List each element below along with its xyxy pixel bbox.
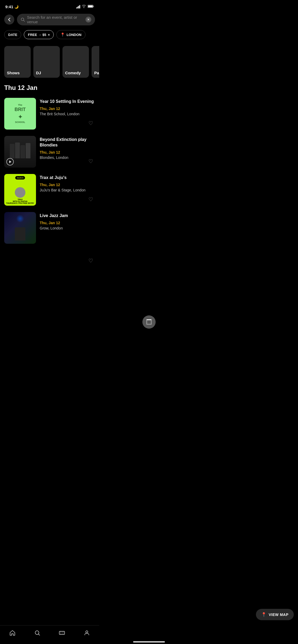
moon-icon: 🌙 (14, 5, 19, 9)
event-item-brit-school[interactable]: The BRIT ✦ SCHOOL Year 10 Settling In Ev… (0, 95, 99, 133)
section-date: Thu 12 Jan (0, 78, 99, 95)
filter-row: DATE FREE → $5 × 📍 LONDON (0, 27, 99, 42)
event-date: Thu, Jan 12 (40, 150, 95, 154)
search-placeholder: Search for an event, artist or venue (27, 15, 83, 24)
heart-icon: ♡ (88, 196, 93, 203)
event-info-trax-juju: Trax at Juju's Thu, Jan 12 JuJu's Bar & … (40, 174, 95, 192)
category-label-shows: Shows (7, 71, 20, 75)
heart-button[interactable]: ♡ (87, 157, 95, 165)
heart-button[interactable]: ♡ (87, 256, 95, 265)
svg-line-4 (24, 20, 25, 21)
category-tile-dj[interactable]: DJ (33, 46, 60, 78)
event-title: Trax at Juju's (40, 175, 95, 181)
heart-icon: ♡ (88, 120, 93, 126)
event-date: Thu, Jan 12 (40, 183, 95, 187)
event-venue: JuJu's Bar & Stage, London (40, 188, 95, 192)
status-icons (76, 4, 94, 9)
back-button[interactable] (4, 15, 14, 25)
event-title: Beyond Extinction play Blondies (40, 137, 95, 148)
event-thumb-beyond-extinction (4, 136, 36, 168)
status-bar: 9:41 🌙 (0, 0, 99, 12)
event-thumb-trax-juju: JuJu's TRAXWITH DJ RAPHATHURSDAYS 7PM FR… (4, 174, 36, 206)
clear-button[interactable]: ✕ (85, 17, 91, 22)
category-tile-shows[interactable]: Shows (4, 46, 31, 78)
event-venue: Grow, London (40, 226, 95, 230)
category-tile-comedy[interactable]: Comedy (62, 46, 89, 78)
date-filter-chip[interactable]: DATE (4, 30, 21, 39)
heart-icon: ♡ (88, 158, 93, 164)
event-date: Thu, Jan 12 (40, 107, 95, 111)
event-thumb-brit-school: The BRIT ✦ SCHOOL (4, 98, 36, 130)
price-filter-chip[interactable]: FREE → $5 × (24, 30, 54, 39)
event-title: Live Jazz Jam (40, 213, 95, 219)
event-item-trax-juju[interactable]: JuJu's TRAXWITH DJ RAPHATHURSDAYS 7PM FR… (0, 171, 99, 209)
categories-row: Shows DJ Comedy Party Social (0, 42, 99, 78)
price-filter-close[interactable]: × (48, 33, 50, 37)
location-filter-chip[interactable]: 📍 LONDON (56, 30, 85, 39)
event-thumb-live-jazz (4, 212, 36, 244)
category-label-party: Party (94, 71, 99, 75)
category-label-comedy: Comedy (65, 71, 81, 75)
event-date: Thu, Jan 12 (40, 221, 95, 225)
search-row: Search for an event, artist or venue ✕ (0, 12, 99, 27)
event-info-beyond-extinction: Beyond Extinction play Blondies Thu, Jan… (40, 136, 95, 160)
battery-icon (88, 4, 94, 9)
heart-button[interactable]: ♡ (87, 119, 95, 127)
signal-icon (76, 5, 80, 8)
event-list: The BRIT ✦ SCHOOL Year 10 Settling In Ev… (0, 95, 99, 270)
svg-rect-1 (93, 6, 94, 7)
event-info-live-jazz: Live Jazz Jam Thu, Jan 12 Grow, London (40, 212, 95, 230)
event-title: Year 10 Settling In Evening (40, 99, 95, 104)
svg-rect-2 (88, 6, 93, 7)
category-label-dj: DJ (36, 71, 41, 75)
wifi-icon (82, 4, 86, 9)
play-icon[interactable] (6, 158, 14, 165)
event-info-brit-school: Year 10 Settling In Evening Thu, Jan 12 … (40, 98, 95, 116)
event-item-beyond-extinction[interactable]: Beyond Extinction play Blondies Thu, Jan… (0, 133, 99, 171)
juju-badge: JuJu's (15, 176, 25, 180)
search-bar[interactable]: Search for an event, artist or venue ✕ (17, 14, 95, 25)
location-pin-icon: 📍 (60, 33, 65, 37)
search-icon (21, 17, 25, 22)
category-tile-party[interactable]: Party (92, 46, 99, 78)
event-venue: The Brit School, London (40, 112, 95, 116)
heart-button[interactable]: ♡ (87, 195, 95, 204)
event-item-live-jazz[interactable]: Live Jazz Jam Thu, Jan 12 Grow, London ♡ (0, 209, 99, 270)
heart-icon: ♡ (88, 257, 93, 264)
status-time: 9:41 (5, 4, 13, 9)
